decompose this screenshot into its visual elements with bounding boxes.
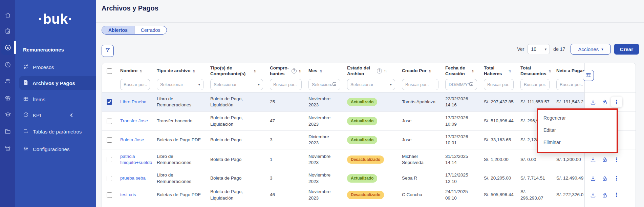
- page-size-select[interactable]: 10 ▾: [528, 44, 550, 54]
- column-label: Mes: [308, 68, 317, 74]
- sort-icon[interactable]: ↑↓: [254, 69, 256, 74]
- menu-item-regenerar[interactable]: Regenerar: [538, 112, 617, 124]
- created-at-cell: 22/02/2026 14:16: [442, 96, 480, 108]
- filter-nombre-input[interactable]: [120, 79, 150, 90]
- filter-tipo-comprobante-select[interactable]: Seleccionar▾: [210, 79, 263, 90]
- sort-icon[interactable]: ↑↓: [472, 69, 474, 74]
- row-checkbox[interactable]: [107, 176, 112, 181]
- filter-comprobantes-input[interactable]: [270, 79, 302, 90]
- total-haberes-cell: S/. 297,437.85: [480, 99, 517, 105]
- file-name-link[interactable]: test cris: [120, 192, 136, 197]
- select-all-checkbox[interactable]: [107, 68, 112, 74]
- marketplace-store-icon[interactable]: [4, 144, 12, 152]
- sidebar-item-kpi[interactable]: KPI: [19, 108, 96, 122]
- sort-icon[interactable]: ↑↓: [384, 69, 386, 74]
- download-icon[interactable]: [589, 175, 597, 182]
- select-placeholder: DD/MM/YYYY: [449, 82, 469, 87]
- chevron-left-icon[interactable]: [70, 113, 74, 117]
- creator-cell: Seba R: [399, 175, 442, 181]
- documents-folder-icon[interactable]: [4, 128, 12, 135]
- buk-logo: ·buk·: [15, 12, 96, 27]
- row-checkbox[interactable]: [107, 137, 112, 143]
- filter-tipo-archivo-select[interactable]: Seleccionar▾: [157, 79, 203, 90]
- file-name-link[interactable]: Boleta Jose: [120, 137, 144, 142]
- help-icon[interactable]: ?: [377, 68, 382, 74]
- filters-row: Seleccionar▾ Seleccionar▾ Seleccionar Se…: [102, 79, 636, 92]
- row-checkbox[interactable]: [107, 157, 112, 162]
- lock-icon[interactable]: [601, 98, 608, 106]
- filter-descuentos-input[interactable]: [520, 79, 550, 90]
- total-haberes-cell: S/. 1,200.00: [480, 157, 517, 163]
- download-icon[interactable]: [589, 156, 597, 163]
- gift-box-icon[interactable]: [4, 94, 12, 102]
- kebab-menu-icon[interactable]: ⋮: [613, 191, 620, 199]
- create-button[interactable]: Crear: [614, 44, 639, 55]
- sidebar-item-procesos[interactable]: Procesos: [19, 60, 96, 74]
- month-cell: Noviembre 2023: [305, 172, 344, 184]
- month-cell: Noviembre 2023: [305, 96, 344, 108]
- sort-icon[interactable]: ↑↓: [319, 69, 322, 74]
- chevron-down-icon: ▾: [545, 47, 547, 51]
- sort-icon[interactable]: ↑↓: [429, 69, 431, 74]
- menu-item-editar[interactable]: Editar: [538, 124, 617, 136]
- tab-cerrados[interactable]: Cerrados: [134, 26, 167, 34]
- tab-abiertos[interactable]: Abiertos: [102, 26, 134, 34]
- sort-icon[interactable]: ↑↓: [139, 69, 142, 74]
- training-graduation-icon[interactable]: [4, 111, 12, 118]
- file-name-link[interactable]: patricia finiquito+sueldo: [120, 154, 152, 165]
- actions-button[interactable]: Acciones ▾: [571, 44, 610, 55]
- table-row: prueba seba Libro de Remuneraciones Bole…: [102, 170, 636, 187]
- kebab-menu-icon[interactable]: ⋮: [613, 156, 620, 163]
- kebab-menu-button[interactable]: ⋮: [611, 97, 622, 107]
- total-descuentos-cell: S/. 111,658.57: [517, 99, 553, 105]
- filter-estado-select[interactable]: Seleccionar▾: [347, 79, 395, 90]
- lock-icon[interactable]: [601, 175, 608, 182]
- schedule-clipboard-icon[interactable]: [4, 27, 12, 35]
- file-name-link[interactable]: Libro Prueba: [120, 99, 146, 104]
- file-type-cell: Libro de Remuneraciones: [153, 153, 207, 166]
- row-checkbox[interactable]: [107, 192, 112, 198]
- total-haberes-cell: S/. 33,163.65: [480, 137, 517, 143]
- kebab-menu-icon[interactable]: ⋮: [613, 175, 620, 182]
- vouchers-count-cell: 3: [266, 137, 305, 143]
- filter-haberes-input[interactable]: [484, 79, 514, 90]
- svg-text:s: s: [25, 82, 26, 84]
- sidebar-item-tablas-de-parametros[interactable]: Tablas de parámetros: [19, 125, 96, 138]
- row-checkbox[interactable]: [107, 119, 112, 124]
- file-name-link[interactable]: prueba seba: [120, 175, 146, 181]
- funnel-icon: [105, 47, 111, 55]
- file-name-link[interactable]: Transfer Jose: [120, 118, 148, 123]
- row-checkbox[interactable]: [107, 99, 112, 105]
- creator-cell: Tomás Apablaza: [399, 99, 442, 105]
- benefits-hand-heart-icon[interactable]: [4, 78, 12, 85]
- lock-icon[interactable]: [601, 191, 608, 199]
- filter-fecha-datepicker[interactable]: DD/MM/YYYY: [445, 79, 477, 90]
- filter-creado-por-input[interactable]: [402, 79, 438, 90]
- home-icon[interactable]: [4, 12, 12, 19]
- sort-icon[interactable]: ↑↓: [549, 69, 551, 74]
- lock-icon[interactable]: [601, 156, 608, 163]
- column-settings-button[interactable]: [583, 70, 594, 81]
- payroll-dollar-icon[interactable]: $: [4, 44, 12, 51]
- sort-icon[interactable]: ↑↓: [193, 69, 195, 74]
- status-badge: Actualizado: [347, 117, 377, 125]
- filter-button[interactable]: [102, 45, 114, 57]
- sidebar-item-archivos-y-pagos[interactable]: s Archivos y Pagos: [19, 76, 96, 90]
- voucher-types-cell: Boleta de Pago: [207, 175, 266, 181]
- help-icon[interactable]: ?: [292, 68, 297, 74]
- filter-mes-datepicker[interactable]: Seleccionar: [308, 79, 340, 90]
- sidebar-item-configuraciones[interactable]: Configuraciones: [19, 142, 96, 156]
- chevron-down-icon: ▾: [390, 82, 392, 87]
- creator-cell: C Concha: [399, 192, 442, 198]
- sort-icon[interactable]: ↑↓: [299, 69, 301, 74]
- vouchers-count-cell: 47: [266, 118, 305, 124]
- sort-icon[interactable]: ↑↓: [508, 69, 511, 74]
- rail-active-indicator: [14, 41, 16, 54]
- menu-item-eliminar[interactable]: Eliminar: [538, 136, 617, 148]
- voucher-types-cell: Boleta de Pago, Liquidación: [207, 115, 266, 127]
- download-icon[interactable]: [589, 191, 597, 199]
- time-clock-icon[interactable]: [4, 61, 12, 68]
- column-label: Nombre: [120, 68, 137, 74]
- sidebar-item-items[interactable]: Ítems: [19, 92, 96, 106]
- download-icon[interactable]: [589, 98, 597, 106]
